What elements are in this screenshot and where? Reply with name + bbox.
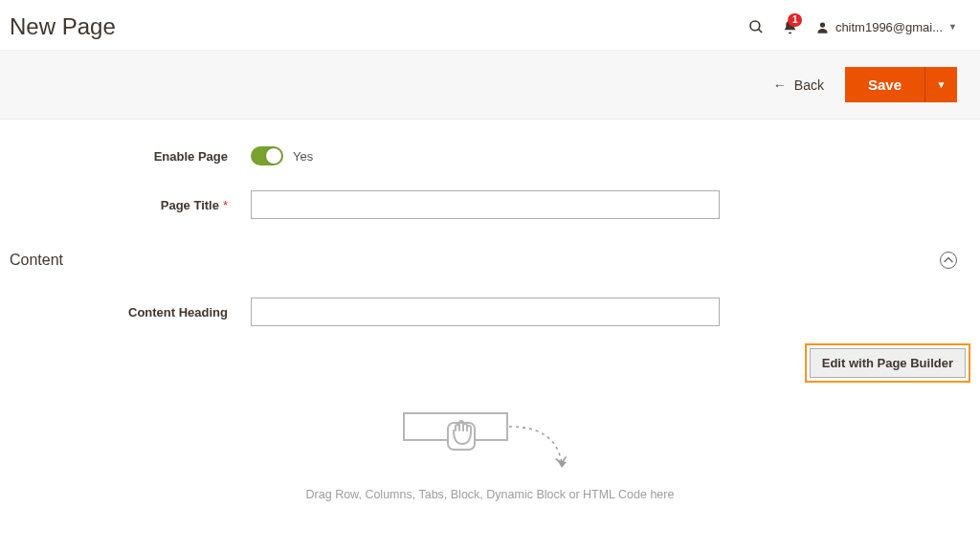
- content-heading-label: Content Heading: [23, 305, 251, 320]
- notifications-button[interactable]: 1: [782, 19, 798, 35]
- annotation-highlight: Edit with Page Builder: [805, 343, 970, 383]
- enable-page-value: Yes: [293, 149, 313, 164]
- enable-page-control: Yes: [251, 146, 313, 165]
- back-button-label: Back: [794, 77, 824, 93]
- back-button[interactable]: ← Back: [773, 77, 824, 93]
- content-section-header[interactable]: Content: [0, 244, 980, 276]
- user-icon: [815, 20, 830, 34]
- page-builder-row: Edit with Page Builder: [0, 336, 980, 383]
- caret-down-icon: ▼: [948, 22, 957, 32]
- drag-hand-icon: [394, 408, 586, 474]
- action-bar: ← Back Save ▼: [0, 51, 980, 120]
- general-form-section: Enable Page Yes Page Title*: [0, 120, 980, 219]
- account-username: chitm1996@gmai...: [835, 20, 943, 34]
- page-header: New Page 1 chitm1996@gmai... ▼: [0, 0, 980, 51]
- content-heading-input[interactable]: [251, 298, 720, 326]
- svg-line-1: [758, 29, 762, 33]
- page-root: New Page 1 chitm1996@gmai... ▼ ←: [0, 0, 980, 551]
- page-title-label: Page Title*: [23, 198, 251, 212]
- enable-page-label: Enable Page: [23, 149, 251, 164]
- header-tools: 1 chitm1996@gmai... ▼: [747, 18, 957, 35]
- edit-with-page-builder-button[interactable]: Edit with Page Builder: [810, 348, 966, 378]
- dropzone-hint: Drag Row, Columns, Tabs, Block, Dynamic …: [306, 488, 675, 501]
- enable-page-field: Enable Page Yes: [23, 146, 957, 165]
- collapse-toggle[interactable]: [940, 252, 957, 269]
- account-menu[interactable]: chitm1996@gmai... ▼: [815, 20, 957, 34]
- page-title-input[interactable]: [251, 190, 720, 219]
- required-asterisk: *: [223, 198, 228, 212]
- content-heading-control: [251, 298, 720, 326]
- page-title-field: Page Title*: [23, 190, 957, 219]
- save-dropdown-button[interactable]: ▼: [924, 67, 957, 102]
- page-title-control: [251, 190, 720, 219]
- save-button-group: Save ▼: [845, 67, 957, 102]
- arrow-left-icon: ←: [773, 77, 787, 93]
- triangle-down-icon: ▼: [937, 79, 947, 90]
- notification-badge: 1: [788, 13, 803, 27]
- page-title-label-text: Page Title: [161, 198, 219, 212]
- enable-page-toggle[interactable]: [251, 146, 283, 165]
- page-builder-dropzone[interactable]: Drag Row, Columns, Tabs, Block, Dynamic …: [0, 408, 980, 501]
- page-title: New Page: [10, 13, 116, 40]
- chevron-up-icon: [944, 255, 953, 265]
- content-fields: Content Heading: [0, 276, 980, 336]
- svg-point-0: [750, 21, 760, 31]
- svg-marker-5: [557, 460, 567, 468]
- content-section-title: Content: [10, 252, 63, 269]
- svg-point-2: [820, 22, 825, 27]
- save-button[interactable]: Save: [845, 67, 924, 102]
- content-heading-field: Content Heading: [23, 298, 957, 326]
- search-icon[interactable]: [747, 18, 765, 35]
